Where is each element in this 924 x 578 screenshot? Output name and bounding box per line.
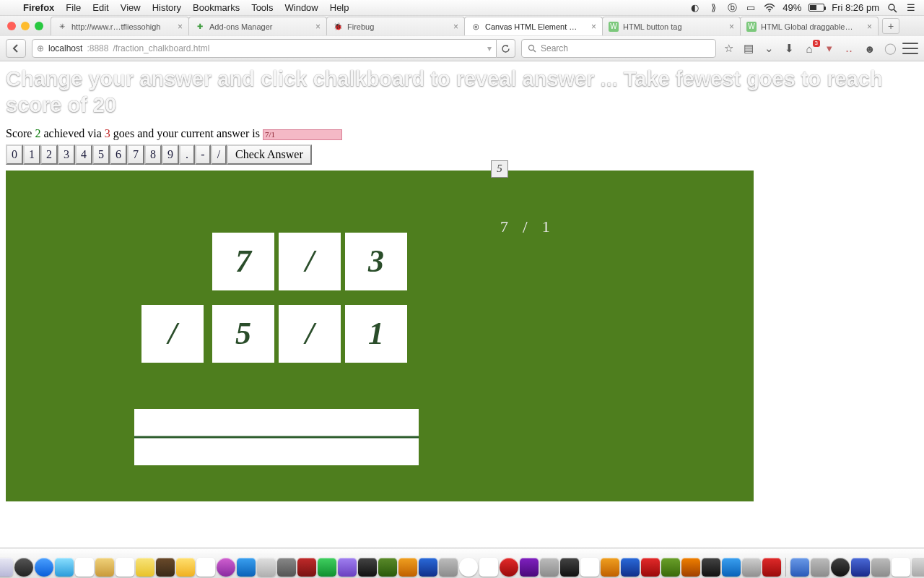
digit-button-6[interactable]: 6 bbox=[110, 144, 127, 165]
answer-input[interactable]: 7/1 bbox=[263, 129, 342, 140]
dock-app-icon[interactable] bbox=[762, 558, 781, 577]
menu-bookmarks[interactable]: Bookmarks bbox=[193, 2, 240, 13]
search-bar[interactable]: Search bbox=[521, 39, 716, 58]
url-bar[interactable]: ⊕ localhost:8888/fraction_chalkboard.htm… bbox=[32, 39, 497, 58]
dock-app-icon[interactable] bbox=[540, 558, 559, 577]
browser-tab[interactable]: W HTML Global draggable… × bbox=[740, 17, 879, 35]
digit-button-7[interactable]: 7 bbox=[127, 144, 144, 165]
dropdown-icon[interactable]: ▾ bbox=[487, 43, 492, 53]
chalkboard[interactable]: 7 / 1 7 / 3 / 5 / 1 bbox=[6, 171, 754, 501]
browser-tab[interactable]: ✚ Add-ons Manager × bbox=[188, 17, 327, 35]
menu-window[interactable]: Window bbox=[285, 2, 318, 13]
window-minimize-button[interactable] bbox=[21, 22, 30, 30]
tile-bot-left[interactable]: 5 bbox=[212, 305, 274, 363]
menubar-app-name[interactable]: Firefox bbox=[23, 2, 54, 13]
digit-button-3[interactable]: 3 bbox=[58, 144, 75, 165]
dock-app-icon[interactable] bbox=[156, 558, 175, 577]
dock-app-icon[interactable] bbox=[14, 558, 33, 577]
menu-file[interactable]: File bbox=[66, 2, 81, 13]
status-icon[interactable]: ◐ bbox=[689, 2, 700, 14]
dock-app-icon[interactable] bbox=[459, 558, 478, 577]
draggable-tile[interactable]: 5 bbox=[491, 160, 508, 178]
dock-app-icon[interactable] bbox=[790, 558, 809, 577]
dock-app-icon[interactable] bbox=[55, 558, 74, 577]
status-icon[interactable]: ⟫ bbox=[707, 2, 719, 14]
digit-button-1[interactable]: 1 bbox=[23, 144, 40, 165]
dock-app-icon[interactable] bbox=[661, 558, 680, 577]
status-icon[interactable]: ⓑ bbox=[726, 2, 738, 14]
tab-close-icon[interactable]: × bbox=[315, 22, 321, 32]
digit-button-0[interactable]: 0 bbox=[6, 144, 23, 165]
dock-app-icon[interactable] bbox=[871, 558, 890, 577]
dock-app-icon[interactable] bbox=[831, 558, 850, 577]
dock-app-icon[interactable] bbox=[318, 558, 336, 577]
dock-app-icon[interactable] bbox=[479, 558, 498, 577]
menu-edit[interactable]: Edit bbox=[92, 2, 108, 13]
tile-outer-op[interactable]: / bbox=[141, 305, 204, 363]
digit-button-5[interactable]: 5 bbox=[92, 144, 110, 165]
dock-app-icon[interactable] bbox=[681, 558, 700, 577]
reader-icon[interactable]: ▤ bbox=[742, 42, 755, 55]
dock-app-icon[interactable] bbox=[398, 558, 417, 577]
tab-close-icon[interactable]: × bbox=[729, 22, 734, 32]
dock-app-icon[interactable] bbox=[297, 558, 316, 577]
dock-app-icon[interactable] bbox=[35, 558, 53, 577]
dock-app-icon[interactable] bbox=[116, 558, 134, 577]
dock-app-icon[interactable] bbox=[851, 558, 870, 577]
digit-button-9[interactable]: 9 bbox=[162, 144, 179, 165]
dock-app-icon[interactable] bbox=[136, 558, 154, 577]
browser-tab[interactable]: W HTML button tag × bbox=[602, 17, 741, 35]
window-close-button[interactable] bbox=[7, 22, 16, 30]
digit-button-minus[interactable]: - bbox=[195, 144, 211, 165]
dock-app-icon[interactable] bbox=[257, 558, 276, 577]
menu-help[interactable]: Help bbox=[330, 2, 349, 13]
battery-icon[interactable] bbox=[808, 4, 824, 12]
digit-button-8[interactable]: 8 bbox=[144, 144, 162, 165]
toolbar-icon[interactable]: ☻ bbox=[863, 43, 876, 55]
menu-button[interactable] bbox=[902, 43, 918, 54]
tile-top-op[interactable]: / bbox=[279, 233, 341, 290]
menu-view[interactable]: View bbox=[121, 2, 141, 13]
bookmark-star-icon[interactable]: ☆ bbox=[722, 42, 735, 55]
dock-app-icon[interactable] bbox=[892, 558, 910, 577]
tab-close-icon[interactable]: × bbox=[178, 22, 183, 32]
dock-app-icon[interactable] bbox=[811, 558, 829, 577]
new-tab-button[interactable]: + bbox=[882, 18, 899, 34]
dock-app-icon[interactable] bbox=[702, 558, 720, 577]
dock-app-icon[interactable] bbox=[196, 558, 215, 577]
notification-center-icon[interactable]: ☰ bbox=[905, 2, 917, 14]
dock-trash-icon[interactable] bbox=[912, 558, 925, 577]
dock-app-icon[interactable] bbox=[601, 558, 619, 577]
dock-app-icon[interactable] bbox=[0, 558, 13, 577]
tile-bot-right[interactable]: 1 bbox=[345, 305, 407, 363]
tile-top-left[interactable]: 7 bbox=[212, 233, 274, 290]
tile-bot-op[interactable]: / bbox=[279, 305, 341, 363]
spotlight-icon[interactable] bbox=[886, 2, 898, 14]
site-identity-icon[interactable]: ⊕ bbox=[37, 43, 44, 53]
toolbar-icon[interactable]: ◯ bbox=[884, 42, 897, 55]
dock-app-icon[interactable] bbox=[338, 558, 357, 577]
digit-button-slash[interactable]: / bbox=[211, 144, 227, 165]
digit-button-4[interactable]: 4 bbox=[75, 144, 92, 165]
dock-app-icon[interactable] bbox=[277, 558, 296, 577]
dock-app-icon[interactable] bbox=[237, 558, 256, 577]
result-fraction-box[interactable] bbox=[134, 409, 419, 465]
check-answer-button[interactable]: Check Answer bbox=[227, 144, 312, 165]
toolbar-icon[interactable]: ▾ bbox=[823, 42, 836, 55]
browser-tab[interactable]: ✳ http://www.r…tfliessohigh × bbox=[51, 17, 189, 35]
dock-app-icon[interactable] bbox=[358, 558, 377, 577]
menu-tools[interactable]: Tools bbox=[251, 2, 273, 13]
tab-close-icon[interactable]: × bbox=[453, 22, 458, 32]
tab-close-icon[interactable]: × bbox=[867, 22, 872, 32]
digit-button-2[interactable]: 2 bbox=[40, 144, 58, 165]
downloads-icon[interactable]: ⬇ bbox=[783, 42, 796, 55]
dock-app-icon[interactable] bbox=[419, 558, 437, 577]
toolbar-icon[interactable]: ‥ bbox=[843, 42, 856, 55]
menubar-clock[interactable]: Fri 8:26 pm bbox=[832, 2, 879, 13]
wifi-icon[interactable] bbox=[764, 2, 775, 14]
dock-app-icon[interactable] bbox=[742, 558, 761, 577]
reload-button[interactable] bbox=[497, 39, 515, 58]
digit-button-dot[interactable]: . bbox=[179, 144, 195, 165]
dock-app-icon[interactable] bbox=[75, 558, 94, 577]
dock-app-icon[interactable] bbox=[520, 558, 539, 577]
